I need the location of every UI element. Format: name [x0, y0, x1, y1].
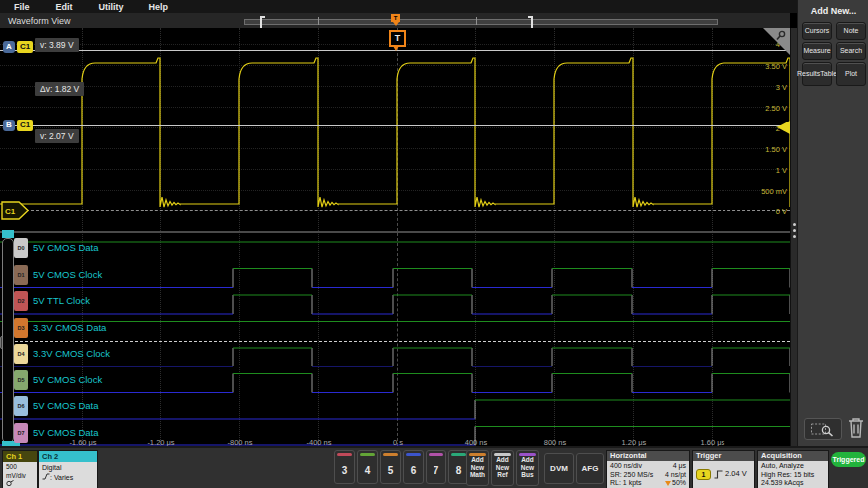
channel1-baseline: [26, 210, 790, 211]
channel-button-label: 5: [381, 465, 400, 476]
cursor-a-badge[interactable]: A: [3, 41, 15, 53]
digital-badge-D3[interactable]: D3: [14, 318, 28, 338]
horizontal-position-track[interactable]: [244, 19, 718, 25]
sidebar-plot-button[interactable]: Plot: [836, 62, 866, 86]
menu-file[interactable]: File: [14, 2, 30, 12]
sidebar-measure-button[interactable]: Measure: [802, 42, 832, 60]
splitter-dot[interactable]: [793, 229, 796, 232]
channel-button-label: 4: [358, 465, 377, 476]
horizontal-window: 4 μs: [673, 462, 686, 471]
digital-label-D4[interactable]: 3.3V CMOS Clock: [33, 348, 110, 359]
channel3-button[interactable]: 3: [334, 450, 355, 484]
horizontal-settings: 400 ns/div4 μs SR: 250 MS/s4 ns/pt RL: 1…: [607, 461, 689, 488]
trigger-level-arrow[interactable]: [777, 121, 790, 134]
channel1-name: Ch 1: [3, 451, 37, 462]
cursor-b-badge[interactable]: B: [3, 120, 15, 131]
sample-interval: 4 ns/pt: [665, 471, 686, 480]
horizontal-panel[interactable]: Horizontal 400 ns/div4 μs SR: 250 MS/s4 …: [606, 450, 690, 488]
channel-color-stripe: [451, 453, 466, 456]
trigger-source-badge: 1: [696, 469, 711, 480]
menu-utility[interactable]: Utility: [99, 2, 124, 12]
tab-waveform-view[interactable]: Waveform View: [8, 16, 71, 26]
voltage-label: 3.50 V: [765, 62, 787, 71]
trash-icon: [846, 416, 866, 440]
channel1-position-marker[interactable]: C1: [1, 201, 29, 220]
digital-badge-D0[interactable]: D0: [14, 238, 28, 258]
digital-badge-D1[interactable]: D1: [14, 265, 28, 285]
sidebar-cursors-button[interactable]: Cursors: [802, 22, 832, 40]
trigger-position-marker[interactable]: T: [391, 14, 400, 22]
digital-badge-D5[interactable]: D5: [14, 370, 28, 390]
channel5-button[interactable]: 5: [380, 450, 401, 484]
digital-edge-D1: [233, 269, 790, 288]
sidebar-search-button[interactable]: Search: [836, 42, 866, 60]
acquisition-panel[interactable]: Acquisition Auto, Analyze High Res: 15 b…: [757, 450, 829, 488]
menu-edit[interactable]: Edit: [56, 2, 73, 12]
channel4-button[interactable]: 4: [357, 450, 378, 484]
digital-badge-D4[interactable]: D4: [14, 344, 28, 364]
sidebar-button-label: Note: [844, 27, 859, 35]
dvm-button[interactable]: DVM: [544, 453, 574, 484]
trigger-title: Trigger: [693, 451, 754, 461]
add-new-title: Add New...: [798, 6, 868, 16]
channel7-button[interactable]: 7: [426, 450, 446, 484]
acquisition-settings: Auto, Analyze High Res: 15 bits 24.539 k…: [758, 461, 828, 488]
channel-button-label: 3: [335, 465, 354, 476]
cursor-b-channel-badge[interactable]: C1: [17, 120, 33, 131]
channel2-mode: Digital: [42, 463, 94, 473]
sidebar-note-button[interactable]: Note: [836, 22, 866, 40]
digital-label-D3[interactable]: 3.3V CMOS Data: [33, 322, 106, 333]
splitter-dot[interactable]: [793, 223, 796, 226]
channel2-settings: Digital : Varies: [39, 462, 97, 488]
channel-button-label: 7: [427, 465, 445, 476]
digital-badge-D7[interactable]: D7: [14, 423, 28, 443]
cursor-b-line[interactable]: [0, 125, 790, 126]
waveform-traces: [0, 28, 790, 446]
sidebar-results-table-button[interactable]: ResultsTable: [802, 62, 832, 86]
waveform-plot[interactable]: A C1 v: 3.89 V Δv: 1.82 V B C1 v: 2.07 V…: [0, 28, 790, 446]
horizontal-scale: 400 ns/div: [610, 462, 642, 471]
add-new-label-line: Add: [467, 456, 488, 464]
trigger-flag[interactable]: T: [389, 30, 406, 47]
channel6-button[interactable]: 6: [403, 450, 424, 484]
sidebar-button-label: Results: [797, 70, 820, 78]
zoom-box-button[interactable]: [804, 418, 842, 440]
digital-label-D5[interactable]: 5V CMOS Clock: [33, 374, 102, 385]
digital-handle-top-tab[interactable]: [2, 230, 14, 238]
add-new-bus-button[interactable]: AddNewBus: [516, 450, 539, 486]
channel1-badge[interactable]: Ch 1 500 mV/div 100 MHz: [2, 450, 38, 488]
digital-label-D1[interactable]: 5V CMOS Clock: [33, 269, 102, 280]
menu-help[interactable]: Help: [149, 2, 169, 12]
triggered-status: Triggered: [831, 452, 866, 467]
digital-label-D2[interactable]: 5V TTL Clock: [33, 295, 90, 306]
cursor-a-channel-badge[interactable]: C1: [17, 41, 33, 53]
voltage-label: 1.50 V: [765, 145, 787, 154]
afg-button[interactable]: AFG: [576, 453, 604, 484]
trash-button[interactable]: [846, 416, 866, 440]
voltage-label: 500 mV: [761, 187, 787, 196]
channel1-settings: 500 mV/div 100 MHz: [3, 462, 37, 488]
sidebar-button-label: Table: [820, 70, 837, 78]
digital-label-D7[interactable]: 5V CMOS Data: [33, 427, 98, 438]
add-new-label-line: Math: [467, 471, 488, 479]
digital-channel-handle[interactable]: [2, 238, 14, 443]
sidebar-button-label: Cursors: [805, 27, 830, 35]
digital-badge-D2[interactable]: D2: [14, 291, 28, 311]
digital-edge-D4: [233, 348, 790, 366]
add-new-ref-button[interactable]: AddNewRef: [491, 450, 514, 486]
digital-edge-D5: [233, 374, 790, 393]
add-new-math-button[interactable]: AddNewMath: [466, 450, 489, 486]
digital-label-D0[interactable]: 5V CMOS Data: [33, 242, 98, 253]
results-sidebar: Add New... CursorsNoteMeasureSearchResul…: [797, 0, 868, 488]
trigger-panel[interactable]: Trigger 1 2.04 V: [692, 450, 755, 488]
digital-label-D6[interactable]: 5V CMOS Data: [33, 400, 98, 411]
voltage-label: 3 V: [776, 83, 787, 92]
cursor-delta-readout: Δv: 1.82 V: [35, 82, 84, 96]
magnifier-icon: [775, 30, 787, 42]
splitter-dot[interactable]: [793, 235, 796, 238]
channel2-badge[interactable]: Ch 2 Digital : Varies: [38, 450, 98, 488]
voltage-label: 0 V: [776, 207, 787, 216]
digital-badge-D6[interactable]: D6: [14, 396, 28, 416]
analog-digital-splitter[interactable]: [0, 231, 790, 233]
add-new-label-line: New: [492, 464, 513, 472]
